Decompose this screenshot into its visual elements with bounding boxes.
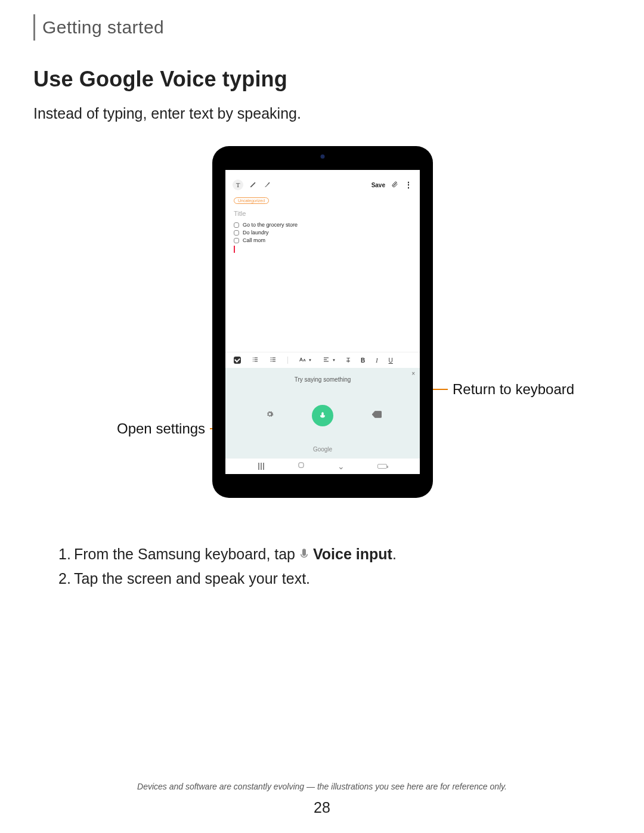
step-1: 1. From the Samsung keyboard, tap Voice … bbox=[58, 546, 611, 563]
step-number: 2. bbox=[58, 570, 74, 587]
callout-open-settings-label: Open settings bbox=[117, 420, 205, 437]
microphone-icon bbox=[298, 548, 311, 561]
home-button[interactable] bbox=[297, 461, 305, 472]
separator bbox=[287, 357, 288, 364]
page-number: 28 bbox=[0, 799, 644, 816]
tablet-camera bbox=[321, 154, 325, 159]
close-icon[interactable]: × bbox=[411, 370, 415, 377]
breadcrumb: Getting started bbox=[33, 14, 611, 41]
svg-point-0 bbox=[271, 357, 272, 358]
android-nav-bar: ⌄ bbox=[225, 459, 420, 474]
checkbox-icon[interactable] bbox=[234, 230, 239, 236]
text-tool-button[interactable]: T bbox=[233, 179, 243, 190]
numbered-list-icon[interactable] bbox=[252, 356, 259, 364]
figure: Open settings Return to keyboard T bbox=[33, 146, 611, 528]
steps-list: 1. From the Samsung keyboard, tap Voice … bbox=[33, 546, 611, 587]
dropdown-caret-icon[interactable]: ▼ bbox=[332, 358, 336, 362]
step-text: From the Samsung keyboard, tap bbox=[74, 546, 295, 563]
checklist-item[interactable]: Do laundry bbox=[234, 230, 411, 236]
svg-point-2 bbox=[271, 361, 272, 362]
tablet-frame: T Save ⋮ bbox=[212, 146, 433, 498]
callout-return-keyboard-label: Return to keyboard bbox=[453, 381, 574, 398]
format-toolbar: ▼ ▼ T B I U bbox=[225, 352, 420, 368]
bold-button[interactable]: B bbox=[361, 357, 365, 364]
note-topbar: T Save ⋮ bbox=[225, 177, 420, 194]
strikethrough-button[interactable]: T bbox=[346, 357, 350, 364]
voice-brand: Google bbox=[225, 446, 420, 453]
backspace-icon[interactable] bbox=[372, 410, 382, 420]
font-size-icon[interactable] bbox=[299, 356, 306, 364]
checklist-item[interactable]: Call mom bbox=[234, 237, 411, 243]
attach-icon[interactable] bbox=[391, 181, 398, 189]
tablet-screen: T Save ⋮ bbox=[225, 170, 420, 474]
back-button[interactable]: ⌄ bbox=[338, 462, 345, 471]
bullet-list-icon[interactable] bbox=[270, 356, 277, 364]
checkbox-icon[interactable] bbox=[234, 238, 239, 243]
checklist-text: Call mom bbox=[243, 237, 265, 243]
battery-icon bbox=[377, 464, 387, 469]
intro-text: Instead of typing, enter text by speakin… bbox=[33, 105, 611, 122]
status-bar bbox=[225, 170, 420, 177]
step-2: 2. Tap the screen and speak your text. bbox=[58, 570, 611, 587]
footer-note: Devices and software are constantly evol… bbox=[0, 782, 644, 791]
checkbox-icon[interactable] bbox=[234, 222, 239, 228]
checklist-icon[interactable] bbox=[234, 357, 241, 364]
checklist-item[interactable]: Go to the grocery store bbox=[234, 222, 411, 228]
title-field[interactable]: Title bbox=[234, 210, 411, 217]
voice-prompt: Try saying something bbox=[225, 368, 420, 383]
breadcrumb-divider bbox=[33, 14, 35, 41]
step-text: Tap the screen and speak your text. bbox=[74, 570, 310, 587]
note-body: Uncategorized Title Go to the grocery st… bbox=[225, 194, 420, 253]
save-button[interactable]: Save bbox=[371, 182, 385, 188]
microphone-button[interactable] bbox=[312, 405, 333, 426]
align-icon[interactable] bbox=[323, 356, 330, 364]
dropdown-caret-icon[interactable]: ▼ bbox=[308, 358, 312, 362]
step-number: 1. bbox=[58, 546, 74, 563]
svg-point-1 bbox=[271, 359, 272, 360]
pen-icon[interactable] bbox=[249, 180, 258, 190]
text-cursor bbox=[234, 246, 235, 253]
callout-return-keyboard: Return to keyboard bbox=[413, 381, 574, 398]
step-punct: . bbox=[392, 546, 397, 563]
underline-button[interactable]: U bbox=[389, 357, 393, 364]
recents-button[interactable] bbox=[258, 463, 264, 470]
category-tag[interactable]: Uncategorized bbox=[234, 197, 269, 204]
brush-icon[interactable] bbox=[264, 180, 272, 190]
checklist-text: Do laundry bbox=[243, 230, 269, 236]
italic-button[interactable]: I bbox=[376, 357, 377, 364]
svg-rect-3 bbox=[299, 463, 304, 467]
breadcrumb-text: Getting started bbox=[42, 17, 164, 38]
page-title: Use Google Voice typing bbox=[33, 67, 611, 92]
more-icon[interactable]: ⋮ bbox=[404, 181, 413, 189]
checklist-text: Go to the grocery store bbox=[243, 222, 298, 228]
step-bold-text: Voice input bbox=[313, 546, 392, 563]
voice-input-panel: × Try saying something Google bbox=[225, 368, 420, 459]
